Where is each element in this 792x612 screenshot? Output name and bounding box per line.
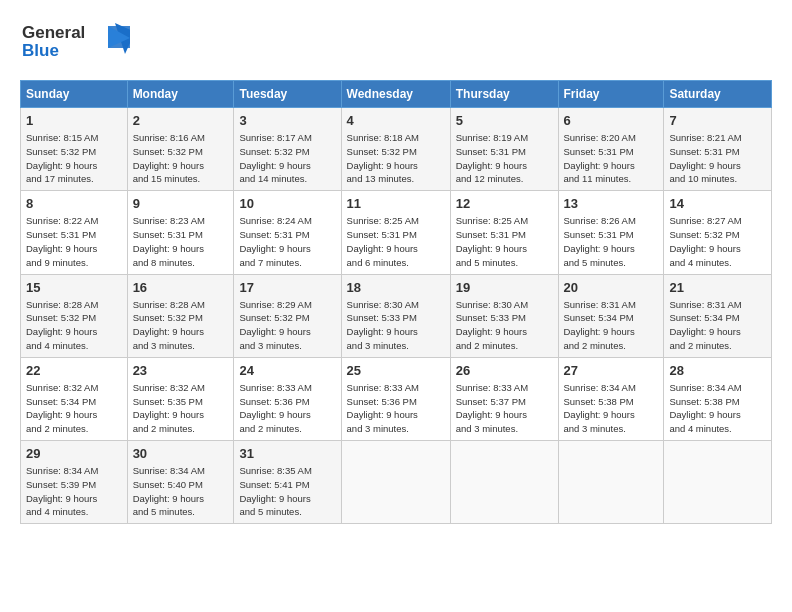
- week-row-5: 29Sunrise: 8:34 AM Sunset: 5:39 PM Dayli…: [21, 441, 772, 524]
- day-info: Sunrise: 8:26 AM Sunset: 5:31 PM Dayligh…: [564, 214, 659, 269]
- day-number: 28: [669, 362, 766, 380]
- day-info: Sunrise: 8:30 AM Sunset: 5:33 PM Dayligh…: [456, 298, 553, 353]
- day-number: 9: [133, 195, 229, 213]
- day-cell: 19Sunrise: 8:30 AM Sunset: 5:33 PM Dayli…: [450, 274, 558, 357]
- day-info: Sunrise: 8:32 AM Sunset: 5:34 PM Dayligh…: [26, 381, 122, 436]
- day-cell: 6Sunrise: 8:20 AM Sunset: 5:31 PM Daylig…: [558, 108, 664, 191]
- day-cell: 8Sunrise: 8:22 AM Sunset: 5:31 PM Daylig…: [21, 191, 128, 274]
- logo: General Blue: [20, 18, 130, 66]
- day-cell: 14Sunrise: 8:27 AM Sunset: 5:32 PM Dayli…: [664, 191, 772, 274]
- day-info: Sunrise: 8:18 AM Sunset: 5:32 PM Dayligh…: [347, 131, 445, 186]
- day-number: 7: [669, 112, 766, 130]
- day-cell: 3Sunrise: 8:17 AM Sunset: 5:32 PM Daylig…: [234, 108, 341, 191]
- day-number: 27: [564, 362, 659, 380]
- day-number: 13: [564, 195, 659, 213]
- day-cell: 22Sunrise: 8:32 AM Sunset: 5:34 PM Dayli…: [21, 357, 128, 440]
- day-cell: 13Sunrise: 8:26 AM Sunset: 5:31 PM Dayli…: [558, 191, 664, 274]
- day-number: 29: [26, 445, 122, 463]
- day-cell: 2Sunrise: 8:16 AM Sunset: 5:32 PM Daylig…: [127, 108, 234, 191]
- day-number: 4: [347, 112, 445, 130]
- day-cell: 24Sunrise: 8:33 AM Sunset: 5:36 PM Dayli…: [234, 357, 341, 440]
- day-number: 10: [239, 195, 335, 213]
- col-saturday: Saturday: [664, 81, 772, 108]
- day-info: Sunrise: 8:28 AM Sunset: 5:32 PM Dayligh…: [133, 298, 229, 353]
- week-row-3: 15Sunrise: 8:28 AM Sunset: 5:32 PM Dayli…: [21, 274, 772, 357]
- day-info: Sunrise: 8:28 AM Sunset: 5:32 PM Dayligh…: [26, 298, 122, 353]
- day-cell: 27Sunrise: 8:34 AM Sunset: 5:38 PM Dayli…: [558, 357, 664, 440]
- day-cell: [341, 441, 450, 524]
- day-cell: 21Sunrise: 8:31 AM Sunset: 5:34 PM Dayli…: [664, 274, 772, 357]
- day-cell: 18Sunrise: 8:30 AM Sunset: 5:33 PM Dayli…: [341, 274, 450, 357]
- day-info: Sunrise: 8:31 AM Sunset: 5:34 PM Dayligh…: [564, 298, 659, 353]
- day-info: Sunrise: 8:34 AM Sunset: 5:40 PM Dayligh…: [133, 464, 229, 519]
- day-cell: 11Sunrise: 8:25 AM Sunset: 5:31 PM Dayli…: [341, 191, 450, 274]
- day-number: 23: [133, 362, 229, 380]
- day-info: Sunrise: 8:25 AM Sunset: 5:31 PM Dayligh…: [347, 214, 445, 269]
- day-cell: 1Sunrise: 8:15 AM Sunset: 5:32 PM Daylig…: [21, 108, 128, 191]
- day-info: Sunrise: 8:29 AM Sunset: 5:32 PM Dayligh…: [239, 298, 335, 353]
- day-cell: 15Sunrise: 8:28 AM Sunset: 5:32 PM Dayli…: [21, 274, 128, 357]
- week-row-4: 22Sunrise: 8:32 AM Sunset: 5:34 PM Dayli…: [21, 357, 772, 440]
- day-info: Sunrise: 8:21 AM Sunset: 5:31 PM Dayligh…: [669, 131, 766, 186]
- svg-text:General: General: [22, 23, 85, 42]
- day-cell: 10Sunrise: 8:24 AM Sunset: 5:31 PM Dayli…: [234, 191, 341, 274]
- day-number: 14: [669, 195, 766, 213]
- col-thursday: Thursday: [450, 81, 558, 108]
- col-monday: Monday: [127, 81, 234, 108]
- col-friday: Friday: [558, 81, 664, 108]
- day-info: Sunrise: 8:34 AM Sunset: 5:39 PM Dayligh…: [26, 464, 122, 519]
- week-row-1: 1Sunrise: 8:15 AM Sunset: 5:32 PM Daylig…: [21, 108, 772, 191]
- day-number: 6: [564, 112, 659, 130]
- week-row-2: 8Sunrise: 8:22 AM Sunset: 5:31 PM Daylig…: [21, 191, 772, 274]
- day-number: 8: [26, 195, 122, 213]
- col-wednesday: Wednesday: [341, 81, 450, 108]
- day-cell: 25Sunrise: 8:33 AM Sunset: 5:36 PM Dayli…: [341, 357, 450, 440]
- day-number: 24: [239, 362, 335, 380]
- day-info: Sunrise: 8:27 AM Sunset: 5:32 PM Dayligh…: [669, 214, 766, 269]
- svg-text:Blue: Blue: [22, 41, 59, 60]
- day-cell: 23Sunrise: 8:32 AM Sunset: 5:35 PM Dayli…: [127, 357, 234, 440]
- header-row: Sunday Monday Tuesday Wednesday Thursday…: [21, 81, 772, 108]
- day-cell: 4Sunrise: 8:18 AM Sunset: 5:32 PM Daylig…: [341, 108, 450, 191]
- day-info: Sunrise: 8:33 AM Sunset: 5:36 PM Dayligh…: [347, 381, 445, 436]
- day-info: Sunrise: 8:34 AM Sunset: 5:38 PM Dayligh…: [669, 381, 766, 436]
- day-number: 15: [26, 279, 122, 297]
- day-number: 30: [133, 445, 229, 463]
- day-info: Sunrise: 8:23 AM Sunset: 5:31 PM Dayligh…: [133, 214, 229, 269]
- day-cell: 16Sunrise: 8:28 AM Sunset: 5:32 PM Dayli…: [127, 274, 234, 357]
- day-number: 5: [456, 112, 553, 130]
- day-info: Sunrise: 8:20 AM Sunset: 5:31 PM Dayligh…: [564, 131, 659, 186]
- day-number: 11: [347, 195, 445, 213]
- day-cell: 26Sunrise: 8:33 AM Sunset: 5:37 PM Dayli…: [450, 357, 558, 440]
- day-number: 2: [133, 112, 229, 130]
- day-cell: [450, 441, 558, 524]
- day-number: 12: [456, 195, 553, 213]
- day-number: 16: [133, 279, 229, 297]
- day-info: Sunrise: 8:34 AM Sunset: 5:38 PM Dayligh…: [564, 381, 659, 436]
- day-info: Sunrise: 8:19 AM Sunset: 5:31 PM Dayligh…: [456, 131, 553, 186]
- day-cell: [664, 441, 772, 524]
- col-tuesday: Tuesday: [234, 81, 341, 108]
- day-number: 25: [347, 362, 445, 380]
- day-info: Sunrise: 8:33 AM Sunset: 5:36 PM Dayligh…: [239, 381, 335, 436]
- day-number: 31: [239, 445, 335, 463]
- day-number: 17: [239, 279, 335, 297]
- day-cell: 5Sunrise: 8:19 AM Sunset: 5:31 PM Daylig…: [450, 108, 558, 191]
- day-number: 1: [26, 112, 122, 130]
- day-number: 3: [239, 112, 335, 130]
- day-number: 20: [564, 279, 659, 297]
- day-cell: [558, 441, 664, 524]
- day-cell: 28Sunrise: 8:34 AM Sunset: 5:38 PM Dayli…: [664, 357, 772, 440]
- day-cell: 20Sunrise: 8:31 AM Sunset: 5:34 PM Dayli…: [558, 274, 664, 357]
- col-sunday: Sunday: [21, 81, 128, 108]
- day-info: Sunrise: 8:33 AM Sunset: 5:37 PM Dayligh…: [456, 381, 553, 436]
- day-number: 26: [456, 362, 553, 380]
- day-cell: 31Sunrise: 8:35 AM Sunset: 5:41 PM Dayli…: [234, 441, 341, 524]
- day-info: Sunrise: 8:30 AM Sunset: 5:33 PM Dayligh…: [347, 298, 445, 353]
- day-info: Sunrise: 8:15 AM Sunset: 5:32 PM Dayligh…: [26, 131, 122, 186]
- day-number: 21: [669, 279, 766, 297]
- day-cell: 7Sunrise: 8:21 AM Sunset: 5:31 PM Daylig…: [664, 108, 772, 191]
- day-cell: 9Sunrise: 8:23 AM Sunset: 5:31 PM Daylig…: [127, 191, 234, 274]
- day-cell: 17Sunrise: 8:29 AM Sunset: 5:32 PM Dayli…: [234, 274, 341, 357]
- day-info: Sunrise: 8:24 AM Sunset: 5:31 PM Dayligh…: [239, 214, 335, 269]
